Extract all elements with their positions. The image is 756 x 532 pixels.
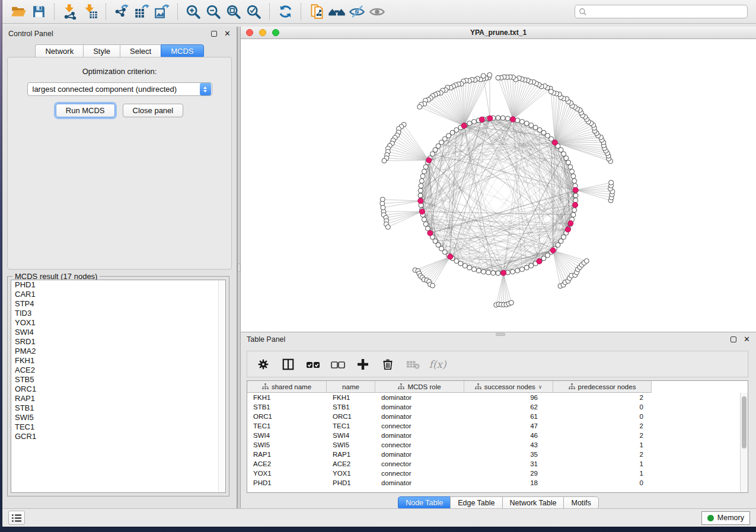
mcds-result-list[interactable]: PHD1CAR1STP4TID3YOX1SWI4SRD1PMA2FKH1ACE2… — [11, 280, 226, 493]
network-node[interactable] — [564, 156, 569, 161]
network-node[interactable] — [430, 283, 435, 288]
network-node[interactable] — [571, 174, 576, 178]
network-node[interactable] — [562, 235, 566, 239]
network-window-titlebar[interactable]: YPA_prune.txt_1 — [241, 27, 756, 39]
mcds-hub-node[interactable] — [428, 230, 433, 236]
network-node[interactable] — [425, 226, 430, 231]
network-node[interactable] — [418, 188, 423, 193]
mcds-result-item[interactable]: ORC1 — [11, 384, 225, 394]
delete-column-button[interactable] — [378, 354, 398, 374]
mcds-hub-node[interactable] — [448, 254, 453, 259]
tab-select[interactable]: Select — [120, 44, 161, 58]
column-header-successor-nodes[interactable]: successor nodes∨ — [464, 381, 553, 393]
mcds-result-item[interactable]: CAR1 — [11, 290, 225, 299]
tab-network-table[interactable]: Network Table — [502, 496, 564, 509]
table-row[interactable]: SWI5SWI5connector431 — [247, 440, 748, 450]
mcds-result-item[interactable]: RAP1 — [11, 394, 225, 403]
show-panels-list-button[interactable] — [8, 511, 25, 525]
network-node[interactable] — [584, 258, 589, 263]
table-row[interactable]: PHD1PHD1dominator180 — [247, 478, 748, 488]
zoom-out-button[interactable] — [203, 2, 224, 21]
table-scrollbar-thumb[interactable] — [742, 396, 747, 448]
network-node[interactable] — [486, 270, 491, 275]
network-node[interactable] — [481, 270, 486, 274]
network-node[interactable] — [430, 152, 435, 156]
mcds-hub-node[interactable] — [487, 116, 493, 121]
mcds-result-item[interactable]: PMA2 — [11, 347, 225, 356]
show-graphics-details-button[interactable] — [367, 2, 387, 21]
network-node[interactable] — [458, 261, 463, 266]
network-node[interactable] — [476, 268, 481, 273]
network-node[interactable] — [385, 225, 390, 229]
column-header-name[interactable]: name — [327, 381, 375, 393]
network-node[interactable] — [572, 208, 577, 213]
network-node[interactable] — [420, 174, 425, 178]
table-row[interactable]: YOX1YOX1connector291 — [247, 469, 748, 478]
column-header-predecessor-nodes[interactable]: predecessor nodes — [553, 381, 652, 393]
zoom-fit-button[interactable] — [224, 2, 244, 21]
network-node[interactable] — [419, 184, 423, 188]
save-session-button[interactable] — [28, 2, 49, 21]
memory-button[interactable]: Memory — [701, 511, 750, 525]
network-node[interactable] — [571, 213, 576, 217]
show-columns-button[interactable] — [278, 354, 298, 374]
network-node[interactable] — [472, 119, 477, 124]
mcds-hub-node[interactable] — [572, 202, 578, 207]
network-node[interactable] — [487, 72, 492, 77]
network-node[interactable] — [381, 205, 385, 210]
mcds-hub-node[interactable] — [550, 248, 556, 253]
tab-mcds[interactable]: MCDS — [161, 44, 203, 58]
criterion-select[interactable]: largest connected component (undirected) — [27, 82, 212, 96]
table-row[interactable]: ACE2ACE2connector311 — [247, 459, 748, 469]
network-node[interactable] — [481, 73, 486, 78]
close-table-panel-icon[interactable]: ✕ — [744, 336, 750, 342]
network-node[interactable] — [382, 158, 387, 163]
splitter-grip[interactable] — [238, 264, 240, 272]
network-node[interactable] — [609, 180, 614, 185]
mcds-result-item[interactable]: SRD1 — [11, 337, 225, 347]
mcds-result-item[interactable]: SWI5 — [11, 413, 225, 422]
mcds-result-item[interactable]: FKH1 — [11, 356, 225, 366]
mcds-result-item[interactable]: STB1 — [11, 403, 225, 413]
network-node[interactable] — [505, 116, 510, 121]
zoom-in-button[interactable] — [183, 2, 203, 21]
mcds-result-item[interactable]: GCR1 — [11, 432, 225, 441]
table-row[interactable]: ORC1ORC1dominator610 — [247, 412, 748, 421]
table-row[interactable]: FKH1FKH1dominator962 — [247, 393, 748, 402]
mcds-hub-node[interactable] — [552, 140, 557, 145]
network-node[interactable] — [537, 127, 542, 132]
network-node[interactable] — [519, 119, 524, 124]
zoom-selected-button[interactable] — [244, 2, 264, 21]
list-scrollbar[interactable] — [218, 280, 225, 492]
table-row[interactable]: TEC1TEC1connector472 — [247, 421, 748, 431]
network-node[interactable] — [529, 264, 534, 268]
table-scrollbar[interactable] — [740, 393, 748, 492]
network-node[interactable] — [423, 222, 428, 226]
open-file-button[interactable] — [8, 2, 28, 21]
tab-network[interactable]: Network — [35, 44, 83, 58]
mcds-result-item[interactable]: STB5 — [11, 375, 225, 384]
network-node[interactable] — [467, 121, 472, 126]
network-node[interactable] — [472, 267, 477, 272]
network-node[interactable] — [496, 271, 500, 275]
network-node[interactable] — [566, 160, 571, 165]
network-node[interactable] — [467, 265, 472, 270]
first-neighbors-button[interactable] — [327, 2, 347, 21]
network-node[interactable] — [491, 271, 496, 275]
select-all-columns-button[interactable] — [303, 354, 323, 374]
network-node[interactable] — [422, 169, 426, 174]
tab-node-table[interactable]: Node Table — [398, 496, 450, 509]
network-node[interactable] — [500, 116, 505, 120]
close-panel-button[interactable]: Close panel — [123, 104, 184, 117]
mcds-hub-node[interactable] — [461, 123, 467, 129]
delete-table-button[interactable] — [403, 354, 423, 374]
mcds-hub-node[interactable] — [573, 187, 578, 193]
network-node[interactable] — [572, 178, 577, 183]
network-node[interactable] — [454, 259, 459, 264]
network-node[interactable] — [422, 217, 426, 222]
tab-style[interactable]: Style — [83, 44, 120, 58]
hide-selected-button[interactable] — [347, 2, 367, 21]
search-input[interactable] — [590, 8, 744, 16]
mcds-hub-node[interactable] — [426, 158, 432, 163]
unselect-all-columns-button[interactable] — [328, 354, 348, 374]
